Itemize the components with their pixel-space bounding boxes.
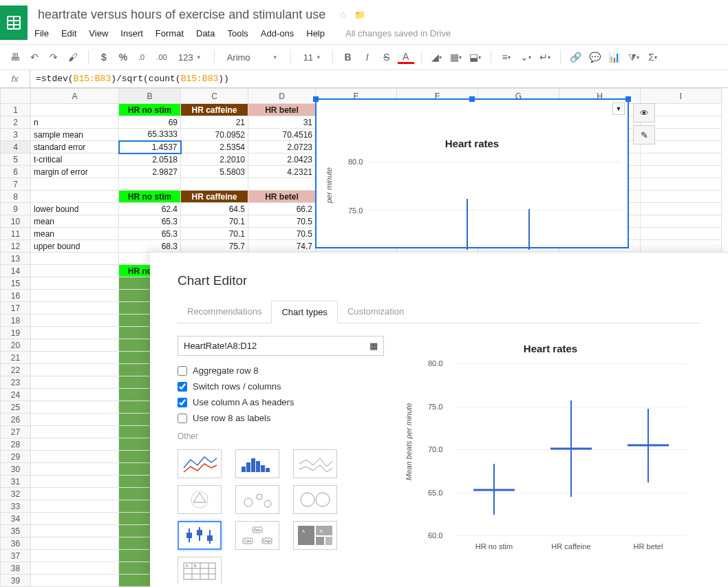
svg-rect-6 bbox=[251, 458, 255, 472]
fill-color-icon[interactable]: ◢▾ bbox=[429, 49, 445, 65]
chart-type-line[interactable] bbox=[178, 449, 222, 478]
chart-icon[interactable]: 📊 bbox=[606, 49, 623, 65]
percent-icon[interactable]: % bbox=[115, 49, 131, 65]
quick-edit-icon[interactable]: ✎ bbox=[633, 125, 655, 145]
svg-text:A: A bbox=[302, 529, 305, 533]
col-B[interactable]: B bbox=[119, 89, 181, 104]
svg-point-16 bbox=[316, 493, 330, 506]
opt-row-8[interactable]: Use row 8 as labels bbox=[178, 410, 384, 426]
print-icon[interactable]: 🖶 bbox=[7, 49, 23, 65]
chart-type-sparkline[interactable] bbox=[293, 449, 337, 478]
menu-tools[interactable]: Tools bbox=[227, 28, 248, 39]
chart-type-org[interactable]: PetsCatsDogs bbox=[235, 521, 279, 550]
text-color-icon[interactable]: A bbox=[398, 50, 414, 64]
more-formats[interactable]: 123 ▼ bbox=[173, 52, 207, 63]
halign-icon[interactable]: ≡▾ bbox=[498, 49, 515, 65]
tab-chart-types[interactable]: Chart types bbox=[271, 301, 337, 323]
dec-decrease-icon[interactable]: .0 bbox=[134, 49, 151, 65]
redo-icon[interactable]: ↷ bbox=[45, 49, 62, 65]
merge-icon[interactable]: ⬓▾ bbox=[467, 49, 484, 65]
tab-recommendations[interactable]: Recommendations bbox=[178, 301, 271, 323]
svg-rect-31 bbox=[316, 537, 324, 545]
svg-rect-4 bbox=[242, 467, 246, 472]
data-range-input[interactable]: HeartRate!A8:D12 ▦ bbox=[178, 336, 384, 356]
folder-icon[interactable]: 📁 bbox=[354, 10, 365, 20]
menu-insert[interactable]: Insert bbox=[120, 28, 143, 39]
svg-text:B: B bbox=[320, 529, 323, 533]
valign-icon[interactable]: ⌄▾ bbox=[517, 49, 534, 65]
menu-file[interactable]: File bbox=[34, 28, 49, 39]
menu-help[interactable]: Help bbox=[306, 28, 325, 39]
menu-data[interactable]: Data bbox=[196, 28, 215, 39]
chart-type-gauge[interactable] bbox=[293, 485, 337, 514]
link-icon[interactable]: 🔗 bbox=[568, 49, 584, 65]
chart-title: Heart rates bbox=[317, 138, 628, 149]
menu-addons[interactable]: Add-ons bbox=[261, 28, 294, 39]
comment-icon[interactable]: 💬 bbox=[587, 49, 603, 65]
opt-aggregate[interactable]: Aggregate row 8 bbox=[178, 363, 384, 378]
chart-dropdown-icon[interactable]: ▼ bbox=[612, 103, 625, 115]
svg-rect-22 bbox=[207, 535, 213, 541]
filter-icon[interactable]: ⧩▾ bbox=[625, 49, 642, 65]
font-size-select[interactable]: 11▼ bbox=[298, 52, 325, 63]
menu-view[interactable]: View bbox=[89, 28, 108, 39]
chart-type-table[interactable]: AB bbox=[178, 557, 222, 584]
strike-icon[interactable]: S bbox=[378, 49, 395, 65]
formula-input[interactable]: =stdev(B15:B83)/sqrt(count(B15:B83)) bbox=[30, 74, 728, 84]
opt-col-a[interactable]: Use column A as headers bbox=[178, 394, 384, 410]
grid-select-icon[interactable]: ▦ bbox=[370, 341, 378, 351]
paint-format-icon[interactable]: 🖌 bbox=[65, 49, 81, 65]
svg-point-14 bbox=[264, 500, 271, 507]
svg-rect-35 bbox=[184, 563, 215, 579]
dec-increase-icon[interactable]: .00 bbox=[153, 49, 170, 65]
wrap-icon[interactable]: ↵▾ bbox=[537, 49, 553, 65]
col-A[interactable]: A bbox=[31, 89, 119, 104]
chart-type-section: Other bbox=[178, 431, 384, 441]
chart-type-candlestick[interactable] bbox=[178, 521, 222, 550]
chart-type-bubble[interactable] bbox=[235, 485, 279, 514]
chart-type-histogram[interactable] bbox=[235, 449, 279, 478]
chart-preview: Heart rates Mean beats per minute 60.065… bbox=[407, 343, 694, 563]
quick-view-icon[interactable]: 👁 bbox=[633, 103, 655, 122]
svg-rect-32 bbox=[325, 537, 332, 545]
undo-icon[interactable]: ↶ bbox=[26, 49, 43, 65]
italic-icon[interactable]: I bbox=[359, 49, 376, 65]
functions-icon[interactable]: Σ▾ bbox=[645, 49, 661, 65]
svg-rect-18 bbox=[186, 533, 192, 538]
menu-format[interactable]: Format bbox=[156, 28, 184, 39]
svg-point-12 bbox=[244, 498, 253, 506]
fx-label: fx bbox=[0, 70, 30, 87]
save-status: All changes saved in Drive bbox=[345, 28, 451, 39]
star-icon[interactable]: ☆ bbox=[339, 10, 347, 20]
svg-rect-30 bbox=[316, 526, 332, 535]
sheets-logo[interactable] bbox=[0, 6, 28, 40]
svg-point-13 bbox=[257, 494, 262, 500]
borders-icon[interactable]: ▦▾ bbox=[448, 49, 464, 65]
opt-switch[interactable]: Switch rows / columns bbox=[178, 378, 384, 394]
svg-rect-29 bbox=[298, 526, 314, 545]
svg-rect-5 bbox=[246, 462, 250, 472]
col-I[interactable]: I bbox=[641, 89, 722, 104]
chart-editor-dialog: Chart Editor Recommendations Chart types… bbox=[150, 252, 728, 587]
col-D[interactable]: D bbox=[248, 89, 316, 104]
currency-icon[interactable]: $ bbox=[96, 49, 112, 65]
toolbar: 🖶 ↶ ↷ 🖌 $ % .0 .00 123 ▼ Arimo▼ 11▼ B I … bbox=[0, 44, 728, 70]
svg-rect-8 bbox=[261, 465, 265, 472]
chart-editor-title: Chart Editor bbox=[178, 273, 700, 288]
menu-edit[interactable]: Edit bbox=[61, 28, 76, 39]
svg-rect-7 bbox=[256, 461, 260, 472]
svg-marker-11 bbox=[193, 493, 206, 502]
tab-customization[interactable]: Customization bbox=[338, 301, 414, 323]
chart-ylabel: per minute bbox=[325, 167, 333, 203]
embedded-chart[interactable]: ▼ Heart rates 80.0 75.0 per minute bbox=[315, 98, 629, 248]
bold-icon[interactable]: B bbox=[340, 49, 356, 65]
font-select[interactable]: Arimo▼ bbox=[222, 52, 283, 63]
svg-text:A: A bbox=[186, 564, 189, 568]
chart-type-radar[interactable] bbox=[178, 485, 222, 514]
svg-point-15 bbox=[301, 493, 314, 506]
selected-cell: 1.4537 bbox=[119, 141, 181, 153]
doc-title-input[interactable] bbox=[34, 6, 334, 24]
col-C[interactable]: C bbox=[181, 89, 248, 104]
chart-type-treemap[interactable]: AB bbox=[293, 521, 337, 550]
svg-point-10 bbox=[191, 491, 208, 508]
